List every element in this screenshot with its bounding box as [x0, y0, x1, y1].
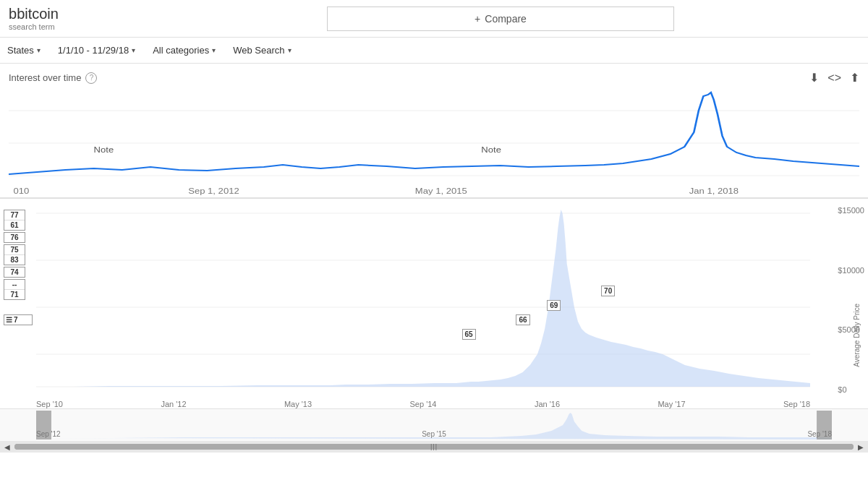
ann-7[interactable]: 7 — [14, 316, 18, 324]
lines-icon: ☰ — [6, 316, 12, 324]
x-label-sep10: Sep '10 — [36, 400, 63, 408]
ann-61[interactable]: 61 — [4, 220, 25, 230]
ann-box-69[interactable]: 69 — [547, 300, 561, 311]
mini-svg — [36, 411, 832, 440]
x-label-sep18: Sep '18 — [783, 400, 810, 408]
svg-text:May 1, 2015: May 1, 2015 — [415, 187, 467, 195]
annotation-group-3: 75 83 — [4, 244, 25, 265]
compare-button[interactable]: + Compare — [327, 7, 674, 31]
search-type-filter[interactable]: Web Search ▾ — [226, 42, 298, 59]
location-filter[interactable]: States ▾ — [0, 42, 48, 59]
x-label-sep14: Sep '14 — [410, 400, 437, 408]
embed-button[interactable]: <> — [827, 72, 841, 85]
main-chart-svg — [36, 206, 810, 394]
trend-line — [9, 93, 859, 174]
search-type-label: Web Search — [233, 45, 284, 56]
scroll-handle[interactable]: ||| — [14, 444, 854, 450]
search-term-area: bbitcoin ssearch term — [9, 6, 312, 31]
date-filter[interactable]: 1/1/10 - 11/29/18 ▾ — [51, 42, 142, 59]
right-handle[interactable] — [817, 411, 832, 440]
left-annotations-panel: 77 61 76 75 83 74 -- 71 ☰ 7 — [4, 210, 33, 325]
scrollbar: ◀ ||| ▶ — [0, 441, 868, 453]
mini-chart-wrapper: Sep '12 Sep '15 Sep '18 — [36, 411, 832, 440]
term-text: bitcoin — [17, 6, 59, 22]
x-label-jan16: Jan '16 — [535, 400, 560, 408]
scroll-right-button[interactable]: ▶ — [854, 443, 868, 451]
x-label-may13: May '13 — [284, 400, 312, 408]
ann-lines-7: ☰ 7 — [4, 315, 32, 325]
ann-76[interactable]: 76 — [4, 233, 25, 242]
scroll-track[interactable]: ||| — [14, 444, 854, 450]
annotation-group-bottom: ☰ 7 — [4, 314, 33, 325]
ann-71[interactable]: 71 — [4, 290, 25, 299]
svg-text:Note: Note — [94, 146, 114, 154]
ann-75[interactable]: 75 — [4, 245, 25, 255]
x-axis-labels: Sep '10 Jan '12 May '13 Sep '14 Jan '16 … — [36, 397, 810, 408]
filter-bar: States ▾ 1/1/10 - 11/29/18 ▾ All categor… — [0, 38, 868, 64]
avg-price-label: Average Daily Price — [853, 304, 861, 367]
scroll-left-button[interactable]: ◀ — [0, 443, 14, 451]
annotation-group-2: 76 — [4, 232, 25, 243]
chart-title: Interest over time — [9, 72, 81, 83]
label-text: search term — [13, 22, 55, 31]
compare-icon: + — [475, 13, 480, 25]
ann-box-70[interactable]: 70 — [601, 286, 615, 296]
interest-chart-section: Interest over time ? ⬇ <> ⬆ Note Note — [0, 64, 868, 198]
compare-label: Compare — [485, 13, 527, 25]
date-chevron: ▾ — [132, 46, 135, 54]
price-label-10000: $10000 — [838, 266, 864, 275]
category-chevron: ▾ — [212, 46, 216, 54]
x-label-may17: May '17 — [658, 400, 685, 408]
main-chart-section: 77 61 76 75 83 74 -- 71 ☰ 7 — [0, 198, 868, 408]
mini-chart-section: Sep '12 Sep '15 Sep '18 — [0, 408, 868, 441]
annotation-group-1: 77 61 — [4, 210, 25, 231]
x-label-jan12: Jan '12 — [161, 400, 186, 408]
search-term-title: bbitcoin — [9, 6, 312, 22]
svg-text:Note: Note — [481, 146, 501, 154]
price-label-0: $0 — [838, 385, 864, 394]
chart-header: Interest over time ? ⬇ <> ⬆ — [9, 71, 859, 85]
svg-text:010: 010 — [14, 187, 30, 195]
date-label: 1/1/10 - 11/29/18 — [58, 45, 129, 56]
download-button[interactable]: ⬇ — [809, 71, 819, 85]
annotation-group-4: 74 — [4, 267, 25, 278]
ann-dash[interactable]: -- — [4, 280, 25, 290]
mini-area — [36, 413, 832, 440]
chart-title-area: Interest over time ? — [9, 72, 97, 84]
annotation-group-5: -- 71 — [4, 279, 25, 300]
location-label: States — [7, 45, 34, 56]
ann-74[interactable]: 74 — [4, 267, 25, 277]
left-handle[interactable] — [36, 411, 51, 440]
trends-svg: Note Note 010 Sep 1, 2012 May 1, 2015 Ja… — [9, 89, 859, 197]
location-chevron: ▾ — [37, 46, 41, 54]
help-icon[interactable]: ? — [85, 72, 97, 84]
ann-77[interactable]: 77 — [4, 210, 25, 220]
chart-actions: ⬇ <> ⬆ — [809, 71, 859, 85]
category-label: All categories — [153, 45, 209, 56]
price-area — [36, 210, 810, 387]
svg-text:Jan 1, 2018: Jan 1, 2018 — [689, 187, 739, 195]
category-filter[interactable]: All categories ▾ — [145, 42, 223, 59]
top-bar: bbitcoin ssearch term + Compare — [0, 0, 868, 38]
scroll-indicator: ||| — [430, 443, 438, 450]
trends-chart: Note Note 010 Sep 1, 2012 May 1, 2015 Ja… — [9, 89, 859, 197]
main-chart-wrapper: 63 64 65 66 67 68 69 70 $15000 $10000 $5… — [36, 206, 810, 394]
ann-box-66[interactable]: 66 — [516, 314, 529, 325]
term-prefix: b — [9, 6, 17, 22]
svg-text:Sep 1, 2012: Sep 1, 2012 — [188, 187, 239, 195]
search-type-chevron: ▾ — [288, 46, 292, 54]
ann-box-65[interactable]: 65 — [462, 329, 476, 340]
search-term-label: ssearch term — [9, 22, 312, 31]
ann-83[interactable]: 83 — [4, 255, 25, 265]
price-label-15000: $15000 — [838, 206, 864, 215]
share-button[interactable]: ⬆ — [850, 71, 859, 85]
